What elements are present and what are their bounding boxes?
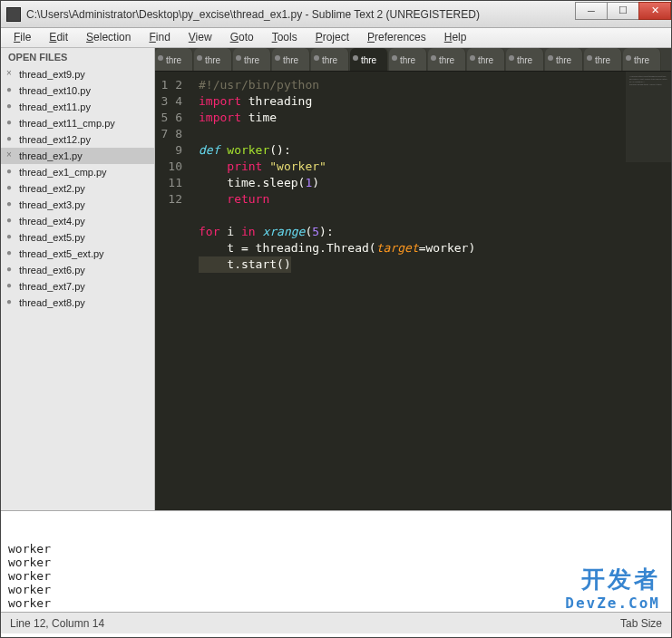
open-file-item[interactable]: ●thread_ext3.py — [1, 197, 154, 213]
dirty-icon: ● — [6, 247, 12, 257]
open-file-item[interactable]: ×thread_ext9.py — [1, 66, 154, 82]
file-tab[interactable]: thre — [194, 48, 232, 72]
dirty-icon: ● — [6, 215, 12, 225]
statusbar: Line 12, Column 14 Tab Size — [1, 612, 671, 633]
file-name: thread_ext3.py — [19, 199, 85, 210]
file-tab[interactable]: thre — [545, 48, 583, 72]
file-name: thread_ext5.py — [19, 232, 85, 243]
file-tab[interactable]: thre — [623, 48, 661, 72]
dirty-icon: ● — [6, 84, 12, 94]
sidebar-header: OPEN FILES — [1, 48, 154, 66]
file-tab[interactable]: thre — [311, 48, 349, 72]
dirty-icon: ● — [6, 117, 12, 127]
close-button[interactable]: ✕ — [638, 2, 671, 20]
file-name: thread_ext11.py — [19, 102, 91, 112]
minimize-button[interactable]: ─ — [575, 2, 608, 20]
file-tab[interactable]: thre — [155, 48, 193, 72]
open-file-item[interactable]: ●thread_ext6.py — [1, 262, 154, 278]
open-file-item[interactable]: ●thread_ext5.py — [1, 229, 154, 246]
file-name: thread_ext4.py — [19, 216, 85, 227]
menu-tools[interactable]: Tools — [263, 28, 307, 47]
menubar: FileEditSelectionFindViewGotoToolsProjec… — [1, 28, 671, 48]
file-name: thread_ext7.py — [19, 281, 85, 292]
code-editor[interactable]: 1 2 3 4 5 6 7 8 9 10 11 12 #!/usr/bin/py… — [155, 72, 671, 510]
open-file-item[interactable]: ●thread_ext11.py — [1, 99, 154, 115]
console-line: worker — [8, 556, 664, 569]
open-file-item[interactable]: ●thread_ext4.py — [1, 213, 154, 229]
status-right[interactable]: Tab Size — [620, 617, 662, 630]
menu-view[interactable]: View — [180, 28, 221, 47]
file-name: thread_ex1_cmp.py — [19, 167, 107, 178]
minimap[interactable]: #!/usr/bin/python import threading impor… — [626, 72, 671, 162]
file-name: thread_ext6.py — [19, 265, 85, 276]
status-left[interactable]: Line 12, Column 14 — [10, 617, 104, 630]
file-tab[interactable]: thre — [467, 48, 505, 72]
open-file-item[interactable]: ●thread_ext8.py — [1, 295, 154, 311]
menu-project[interactable]: Project — [307, 28, 358, 47]
app-icon — [6, 7, 21, 22]
open-file-item[interactable]: ●thread_ext5_ext.py — [1, 246, 154, 262]
watermark-url: DevZe.CoM — [565, 594, 660, 612]
build-console[interactable]: workerworkerworkerworkerworker[Finished … — [1, 510, 671, 612]
dirty-icon: ● — [6, 231, 12, 241]
menu-goto[interactable]: Goto — [221, 28, 263, 47]
dirty-icon: ● — [6, 182, 12, 192]
open-file-item[interactable]: ●thread_ext2.py — [1, 180, 154, 197]
file-tab[interactable]: thre — [389, 48, 427, 72]
file-name: thread_ext11_cmp.py — [19, 118, 115, 129]
file-tab[interactable]: thre — [506, 48, 544, 72]
file-name: thread_ext8.py — [19, 297, 85, 308]
open-file-item[interactable]: ●thread_ext10.py — [1, 82, 154, 99]
watermark-text: 开发者 — [581, 564, 660, 595]
titlebar[interactable]: C:\Users\Administrator\Desktop\py_excise… — [1, 1, 671, 28]
maximize-button[interactable]: ☐ — [607, 2, 639, 20]
open-file-item[interactable]: ●thread_ext12.py — [1, 131, 154, 148]
menu-help[interactable]: Help — [435, 28, 476, 47]
dirty-icon: ● — [6, 166, 12, 176]
editor-area: threthrethrethrethrethrethrethrethrethre… — [155, 48, 671, 510]
console-line: worker — [8, 569, 664, 583]
dirty-icon: ● — [6, 133, 12, 143]
file-name: thread_ext12.py — [19, 134, 91, 145]
main-area: OPEN FILES ×thread_ext9.py●thread_ext10.… — [1, 48, 671, 510]
file-tab[interactable]: thre — [233, 48, 271, 72]
open-file-item[interactable]: ●thread_ext11_cmp.py — [1, 115, 154, 131]
file-name: thread_ext10.py — [19, 85, 91, 96]
file-tab[interactable]: thre — [272, 48, 310, 72]
file-name: thread_ext2.py — [19, 183, 85, 194]
menu-selection[interactable]: Selection — [77, 28, 140, 47]
dirty-icon: ● — [6, 280, 12, 290]
code-content[interactable]: #!/usr/bin/python import threading impor… — [191, 72, 671, 510]
menu-find[interactable]: Find — [140, 28, 179, 47]
window-buttons: ─ ☐ ✕ — [576, 2, 671, 20]
file-tab[interactable]: thre — [350, 48, 388, 72]
dirty-icon: ● — [6, 296, 12, 306]
tab-bar: threthrethrethrethrethrethrethrethrethre… — [155, 48, 671, 72]
open-file-item[interactable]: ●thread_ext7.py — [1, 278, 154, 295]
file-name: thread_ex1.py — [19, 150, 83, 161]
gutter: 1 2 3 4 5 6 7 8 9 10 11 12 — [155, 72, 191, 510]
close-icon[interactable]: × — [6, 150, 12, 160]
menu-preferences[interactable]: Preferences — [358, 28, 435, 47]
close-icon[interactable]: × — [6, 68, 12, 78]
console-line: worker — [8, 542, 664, 556]
menu-edit[interactable]: Edit — [40, 28, 77, 47]
file-tab[interactable]: thre — [584, 48, 622, 72]
dirty-icon: ● — [6, 264, 12, 274]
menu-file[interactable]: File — [5, 28, 40, 47]
sidebar: OPEN FILES ×thread_ext9.py●thread_ext10.… — [1, 48, 155, 510]
open-file-item[interactable]: ●thread_ex1_cmp.py — [1, 164, 154, 180]
open-file-item[interactable]: ×thread_ex1.py — [1, 148, 154, 164]
dirty-icon: ● — [6, 101, 12, 111]
file-tab[interactable]: thre — [428, 48, 466, 72]
file-name: thread_ext5_ext.py — [19, 248, 104, 259]
dirty-icon: ● — [6, 198, 12, 208]
window-title: C:\Users\Administrator\Desktop\py_excise… — [26, 8, 576, 21]
file-name: thread_ext9.py — [19, 69, 85, 80]
